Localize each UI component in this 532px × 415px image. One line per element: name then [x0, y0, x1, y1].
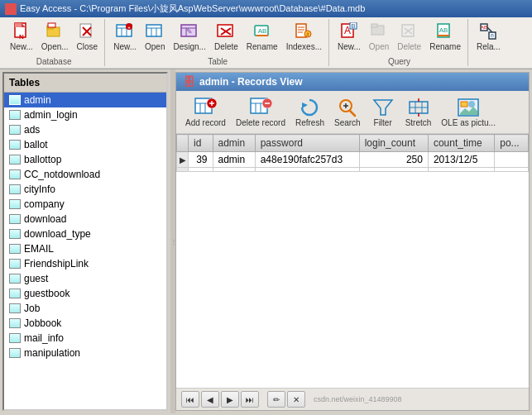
col-login-count[interactable]: login_count — [359, 135, 428, 152]
rela-button[interactable]: AB B Rela... — [473, 19, 504, 54]
ole-label: OLE as pictu... — [441, 118, 496, 127]
tbl-new-button[interactable]: + New... — [110, 19, 140, 54]
table-row[interactable]: ▶ 39 admin a48e190fafc257d3 250 2013/12/… — [177, 152, 529, 168]
db-open-button[interactable]: Open... — [38, 19, 72, 54]
table-row-empty[interactable] — [177, 168, 529, 172]
table-item[interactable]: ballottop — [4, 152, 166, 167]
toolbar-group-query: A B New... Open — [331, 19, 468, 66]
tbl-delete-label: Delete — [214, 42, 238, 51]
tbl-design-button[interactable]: ✎ Design... — [170, 19, 208, 54]
table-item[interactable]: guest — [4, 271, 166, 286]
col-po[interactable]: po... — [495, 135, 529, 152]
table-item[interactable]: cityInfo — [4, 182, 166, 197]
svg-line-50 — [487, 27, 492, 32]
svg-text:AB: AB — [439, 26, 448, 34]
qry-rename-button[interactable]: AB Rename — [426, 19, 464, 54]
table-icon — [9, 289, 21, 298]
main-layout: Tables admin admin_login ads ballot ball… — [0, 69, 532, 413]
nav-edit-button[interactable]: ✏ — [267, 391, 285, 408]
svg-text:AB: AB — [257, 27, 266, 35]
col-password[interactable]: password — [255, 135, 359, 152]
data-grid-container[interactable]: id admin password login_count count_time… — [176, 134, 529, 388]
records-toolbar: Add record Delete record — [176, 91, 529, 134]
table-item[interactable]: download_type — [4, 227, 166, 241]
tbl-open-label: Open — [145, 42, 165, 51]
qry-open-button[interactable]: Open — [366, 19, 392, 54]
cell-password[interactable]: a48e190fafc257d3 — [255, 152, 359, 168]
nav-prev-button[interactable]: ◀ — [201, 391, 219, 408]
cell-login-count[interactable]: 250 — [359, 152, 428, 168]
cell-count-time[interactable]: 2013/12/5 — [428, 152, 494, 168]
row-indicator — [177, 168, 189, 172]
stretch-label: Stretch — [405, 118, 432, 127]
table-item[interactable]: company — [4, 197, 166, 212]
ole-button[interactable]: OLE as pictu... — [437, 94, 500, 130]
add-record-button[interactable]: Add record — [181, 94, 230, 130]
col-count-time[interactable]: count_time — [428, 135, 494, 152]
rela-label: Rela... — [477, 42, 501, 51]
tbl-delete-button[interactable]: Delete — [211, 19, 242, 54]
nav-next-button[interactable]: ▶ — [221, 391, 239, 408]
svg-rect-41 — [371, 24, 377, 27]
qry-new-button[interactable]: A B New... — [334, 19, 364, 54]
svg-text:B: B — [491, 33, 494, 38]
nav-bar: ⏮ ◀ ▶ ⏭ ✏ ✕ csdn.net/weixin_41489908 — [176, 388, 529, 410]
tbl-rename-label: Rename — [247, 42, 278, 51]
search-button[interactable]: Search — [330, 94, 365, 130]
tbl-open-button[interactable]: Open — [141, 19, 168, 54]
table-item[interactable]: ads — [4, 122, 166, 137]
row-indicator: ▶ — [177, 152, 189, 168]
table-item[interactable]: EMAIL — [4, 241, 166, 256]
tbl-indexes-button[interactable]: # Indexes... — [283, 19, 325, 54]
table-icon — [9, 348, 21, 358]
records-title-icon: 🗄 — [183, 75, 194, 88]
db-open-label: Open... — [41, 42, 69, 51]
toolbar-group-table: + New... Open — [107, 19, 329, 66]
table-item[interactable]: guestbook — [4, 286, 166, 301]
delete-record-button[interactable]: Delete record — [232, 94, 290, 130]
table-icon — [9, 95, 21, 105]
stretch-button[interactable]: Stretch — [401, 94, 436, 130]
tables-list: admin admin_login ads ballot ballottop C… — [4, 93, 166, 360]
table-item[interactable]: manipulation — [4, 346, 166, 360]
table-item[interactable]: admin — [4, 93, 166, 107]
qry-delete-button[interactable]: Delete — [394, 19, 424, 54]
cell-id[interactable]: 39 — [189, 152, 213, 168]
table-item[interactable]: Job — [4, 301, 166, 316]
db-new-button[interactable]: N New... — [7, 19, 36, 54]
table-item[interactable]: Jobbook — [4, 316, 166, 331]
col-admin[interactable]: admin — [213, 135, 255, 152]
db-close-button[interactable]: Close — [74, 19, 102, 54]
records-panel: 🗄 admin - Records View A — [175, 72, 530, 411]
table-item-label: guestbook — [24, 288, 69, 299]
table-item-label: download — [24, 213, 66, 225]
cell-admin[interactable]: admin — [213, 152, 255, 168]
col-indicator — [177, 135, 189, 152]
table-item[interactable]: ballot — [4, 137, 166, 152]
table-group-label: Table — [110, 55, 325, 66]
table-item[interactable]: admin_login — [4, 107, 166, 122]
nav-last-button[interactable]: ⏭ — [241, 391, 259, 408]
filter-icon — [371, 97, 395, 118]
refresh-label: Refresh — [295, 118, 324, 127]
filter-button[interactable]: Filter — [367, 94, 400, 130]
table-item[interactable]: download — [4, 212, 166, 227]
cell-po[interactable] — [495, 152, 529, 168]
table-item[interactable]: mail_info — [4, 331, 166, 346]
table-item-label: admin_login — [24, 109, 78, 121]
col-id[interactable]: id — [189, 135, 213, 152]
rela-buttons: AB B Rela... — [473, 19, 504, 54]
nav-first-button[interactable]: ⏮ — [181, 391, 199, 408]
table-item-label: EMAIL — [24, 243, 54, 255]
empty-cell — [495, 168, 529, 172]
tbl-rename-button[interactable]: AB Rename — [243, 19, 281, 54]
table-item[interactable]: FriendshipLink — [4, 256, 166, 271]
table-item[interactable]: CC_notdownload — [4, 167, 166, 182]
refresh-button[interactable]: Refresh — [291, 94, 328, 130]
table-icon — [9, 259, 21, 269]
database-buttons: N New... Open... — [7, 19, 101, 54]
table-icon — [9, 229, 21, 239]
nav-cancel-button[interactable]: ✕ — [287, 391, 305, 408]
table-icon — [9, 214, 21, 224]
qry-open-label: Open — [369, 42, 389, 51]
